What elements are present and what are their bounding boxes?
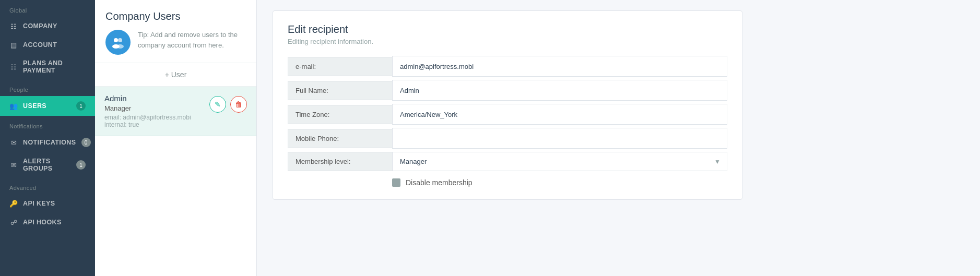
- mobile-field-row: Mobile Phone:: [288, 128, 727, 149]
- plans-icon: ☷: [9, 63, 18, 71]
- main-content: Company Users Tip: Add and remove users …: [95, 0, 980, 276]
- edit-subtitle: Editing recipient information.: [288, 38, 727, 45]
- membership-field-row: Membership level: Manager Developer Obse…: [288, 152, 727, 171]
- membership-select[interactable]: Manager Developer Observer: [400, 158, 719, 165]
- email-field-label: e-mail:: [288, 57, 392, 76]
- add-user-button[interactable]: + User: [95, 63, 256, 86]
- user-name: Admin: [104, 94, 191, 103]
- svg-point-1: [118, 38, 122, 42]
- users-group-icon: [111, 35, 125, 50]
- alerts-icon: ✉: [9, 161, 18, 169]
- sidebar-item-alerts-label: ALERTS GROUPS: [23, 158, 71, 172]
- sidebar-section-advanced: Advanced: [0, 177, 95, 194]
- users-panel-header: Company Users Tip: Add and remove users …: [95, 0, 256, 63]
- disable-membership-row: Disable membership: [288, 178, 727, 187]
- email-field-row: e-mail: admin@apifortress.mobi: [288, 56, 727, 77]
- delete-user-button[interactable]: 🗑: [230, 96, 247, 113]
- user-actions: ✎ 🗑: [209, 96, 247, 113]
- notifications-badge: 0: [81, 138, 91, 147]
- disable-membership-label: Disable membership: [406, 178, 473, 187]
- user-info: Admin Manager email: admin@apifortress.m…: [104, 94, 191, 128]
- sidebar-item-api-keys-label: API KEYS: [23, 200, 86, 207]
- disable-membership-checkbox[interactable]: [392, 178, 400, 187]
- sidebar-item-company[interactable]: ☷ COMPANY: [0, 17, 95, 35]
- fullname-field-row: Full Name: Admin: [288, 80, 727, 101]
- user-internal: internal: true: [104, 121, 191, 128]
- sidebar-item-account-label: ACCOUNT: [23, 41, 86, 49]
- users-badge: 1: [76, 101, 86, 111]
- sidebar-item-api-hooks-label: API HOOKS: [23, 219, 86, 226]
- tip-text: Tip: Add and remove users to the company…: [138, 30, 246, 50]
- sidebar-item-notifications-label: NOTIFICATIONS: [23, 139, 76, 146]
- email-field-value: admin@apifortress.mobi: [392, 56, 727, 77]
- users-panel-title: Company Users: [105, 10, 246, 22]
- svg-point-0: [114, 38, 118, 42]
- timezone-field-row: Time Zone: America/New_York: [288, 104, 727, 125]
- sidebar-section-people: People: [0, 79, 95, 96]
- hook-icon: ☍: [9, 218, 18, 226]
- email-value-text: admin@apifortress.mobi: [123, 114, 191, 121]
- users-panel: Company Users Tip: Add and remove users …: [95, 0, 257, 276]
- mobile-field-label: Mobile Phone:: [288, 129, 392, 148]
- alerts-badge: 1: [76, 160, 86, 170]
- sidebar-item-api-hooks[interactable]: ☍ API HOOKS: [0, 213, 95, 232]
- users-icon: 👥: [9, 102, 18, 110]
- sidebar: Global ☷ COMPANY ▤ ACCOUNT ☷ PLANS AND P…: [0, 0, 95, 276]
- company-icon: ☷: [9, 22, 18, 30]
- edit-panel: Edit recipient Editing recipient informa…: [257, 0, 980, 276]
- sidebar-item-alerts-groups[interactable]: ✉ ALERTS GROUPS 1: [0, 152, 95, 177]
- mobile-field-value: [392, 128, 727, 149]
- fullname-field-value: Admin: [392, 80, 727, 101]
- bell-icon: ✉: [9, 138, 18, 147]
- sidebar-item-plans-label: PLANS AND PAYMENT: [23, 59, 86, 74]
- sidebar-item-users-label: USERS: [23, 102, 71, 110]
- account-icon: ▤: [9, 41, 18, 49]
- internal-label-text: internal:: [104, 121, 127, 128]
- user-list-item[interactable]: Admin Manager email: admin@apifortress.m…: [95, 87, 256, 136]
- sidebar-item-account[interactable]: ▤ ACCOUNT: [0, 35, 95, 54]
- tip-icon: [105, 30, 131, 55]
- user-role: Manager: [104, 104, 191, 112]
- membership-select-wrapper[interactable]: Manager Developer Observer ▼: [392, 152, 727, 171]
- edit-title: Edit recipient: [288, 23, 727, 35]
- sidebar-item-plans[interactable]: ☷ PLANS AND PAYMENT: [0, 54, 95, 79]
- user-list: Admin Manager email: admin@apifortress.m…: [95, 87, 256, 276]
- sidebar-item-company-label: COMPANY: [23, 22, 86, 30]
- sidebar-item-users[interactable]: 👥 USERS 1: [0, 96, 95, 116]
- edit-user-button[interactable]: ✎: [209, 96, 226, 113]
- membership-field-label: Membership level:: [288, 152, 392, 171]
- user-email: email: admin@apifortress.mobi: [104, 114, 191, 121]
- sidebar-item-api-keys[interactable]: 🔑 API KEYS: [0, 194, 95, 213]
- edit-card: Edit recipient Editing recipient informa…: [273, 10, 742, 200]
- fullname-field-label: Full Name:: [288, 81, 392, 100]
- internal-value-text: true: [128, 121, 139, 128]
- tip-box: Tip: Add and remove users to the company…: [105, 30, 246, 55]
- sidebar-section-global: Global: [0, 0, 95, 17]
- timezone-field-label: Time Zone:: [288, 105, 392, 124]
- sidebar-item-notifications[interactable]: ✉ NOTIFICATIONS 0: [0, 133, 95, 152]
- svg-point-3: [116, 44, 124, 49]
- sidebar-section-notifications: Notifications: [0, 116, 95, 133]
- key-icon: 🔑: [9, 199, 18, 208]
- timezone-field-value: America/New_York: [392, 104, 727, 125]
- email-label-text: email:: [104, 114, 121, 121]
